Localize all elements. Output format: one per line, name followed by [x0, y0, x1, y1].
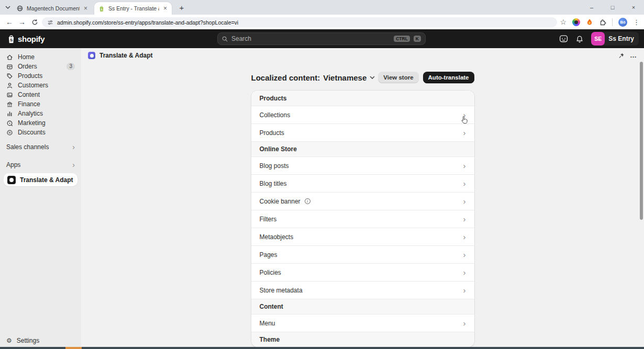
sidebar-item-discounts[interactable]: Discounts: [0, 128, 81, 137]
row-cookie-banner[interactable]: Cookie banner ›: [251, 192, 474, 210]
browser-tab-active[interactable]: S Ss Entry - Translate & Adapt - Sh ×: [94, 2, 172, 15]
gear-icon: ⚙: [6, 337, 12, 344]
store-account-button[interactable]: SE Ss Entry: [591, 32, 639, 46]
browser-tab-inactive[interactable]: Magentech Document Shopify ×: [13, 2, 92, 15]
sidebar-item-translate-adapt[interactable]: Translate & Adapt: [4, 173, 77, 186]
close-window-button[interactable]: ×: [623, 0, 644, 15]
row-label: Policies: [260, 269, 281, 276]
sidebar-label: Products: [18, 72, 42, 80]
sidebar-apps[interactable]: Apps ›: [0, 160, 81, 170]
row-blog-posts[interactable]: Blog posts ›: [251, 156, 474, 174]
back-button[interactable]: ←: [3, 15, 16, 29]
row-menu[interactable]: Menu ›: [251, 314, 474, 332]
section-header-theme: Theme: [251, 332, 474, 347]
sidebar-item-home[interactable]: Home: [0, 52, 81, 62]
forward-button[interactable]: →: [16, 15, 28, 29]
shopify-favicon-icon: S: [98, 5, 105, 12]
store-avatar: SE: [591, 32, 605, 46]
chevron-right-icon: ›: [463, 129, 466, 137]
global-search-input[interactable]: Search CTRL K: [217, 32, 426, 45]
row-collections[interactable]: Collections ›: [251, 106, 474, 123]
row-filters[interactable]: Filters ›: [251, 210, 474, 228]
chevron-right-icon: ›: [463, 215, 466, 223]
sidebar-item-marketing[interactable]: Marketing: [0, 118, 81, 128]
search-icon: [222, 36, 228, 42]
sidebar-label: Discounts: [18, 129, 46, 136]
translate-adapt-app-icon: [7, 176, 16, 184]
row-policies[interactable]: Policies ›: [251, 263, 474, 281]
sidebar-item-settings[interactable]: ⚙ Settings: [0, 336, 81, 345]
resources-card: Products Collections › Products › Online…: [251, 91, 474, 347]
row-products[interactable]: Products ›: [251, 123, 474, 141]
notifications-bell-icon[interactable]: [575, 35, 584, 43]
main-content: Translate & Adapt … Localized content: V…: [81, 48, 644, 349]
maximize-button[interactable]: □: [602, 0, 623, 15]
sidebar-label: Home: [18, 53, 35, 61]
chevron-right-icon: ›: [463, 162, 466, 170]
view-store-button[interactable]: View store: [378, 72, 418, 83]
new-tab-button[interactable]: +: [177, 3, 186, 12]
inbox-icon[interactable]: [559, 35, 568, 43]
shopify-logo[interactable]: S shopify: [0, 34, 45, 44]
app-header-menu-icon[interactable]: …: [630, 54, 637, 57]
chevron-right-icon: ›: [72, 143, 75, 151]
page-title-prefix: Localized content:: [251, 73, 320, 82]
bottom-strip-orange-segment: [65, 347, 82, 349]
vertical-scrollbar[interactable]: [640, 62, 643, 220]
flame-extension-icon[interactable]: [586, 18, 593, 26]
extension-colorful-icon[interactable]: [572, 18, 580, 26]
sales-channels-label: Sales channels: [6, 143, 49, 151]
browser-profile-avatar[interactable]: Bö: [618, 18, 627, 27]
row-label: Cookie banner: [260, 198, 301, 205]
sidebar-item-orders[interactable]: Orders 3: [0, 62, 81, 71]
minimize-button[interactable]: –: [581, 0, 602, 15]
shopify-topbar: S shopify Search CTRL K SE Ss Entry: [0, 29, 644, 48]
apps-label: Apps: [6, 161, 20, 168]
locale-selector-value[interactable]: Vietnamese: [323, 73, 367, 82]
sidebar-item-products[interactable]: Products: [0, 71, 81, 81]
sidebar-label: Orders: [18, 63, 37, 70]
info-icon[interactable]: [305, 198, 310, 204]
row-label: Pages: [260, 251, 277, 258]
browser-menu-icon[interactable]: ⋮: [633, 18, 640, 26]
sidebar-item-finance[interactable]: Finance: [0, 99, 81, 109]
chevron-right-icon: ›: [463, 319, 466, 327]
reload-button[interactable]: [28, 15, 41, 29]
shortcut-ctrl-key: CTRL: [394, 36, 410, 42]
bookmark-star-icon[interactable]: ☆: [560, 18, 567, 26]
sidebar-label: Analytics: [18, 110, 43, 117]
site-settings-icon[interactable]: [47, 19, 53, 26]
products-tag-icon: [6, 73, 13, 80]
chevron-right-icon: ›: [463, 286, 466, 294]
sidebar-item-customers[interactable]: Customers: [0, 81, 81, 90]
sidebar-item-analytics[interactable]: Analytics: [0, 109, 81, 118]
app-header-bar: Translate & Adapt …: [81, 48, 644, 63]
auto-translate-button[interactable]: Auto-translate: [423, 72, 474, 83]
tab-search-chevron-icon[interactable]: [3, 3, 13, 12]
address-bar[interactable]: admin.shopify.com/store/ss-entry/apps/tr…: [42, 17, 557, 27]
chevron-right-icon: ›: [463, 233, 466, 241]
shortcut-k-key: K: [414, 36, 421, 42]
extensions-puzzle-icon[interactable]: [599, 18, 606, 26]
row-pages[interactable]: Pages ›: [251, 245, 474, 263]
sidebar-sales-channels[interactable]: Sales channels ›: [0, 142, 81, 152]
shopify-wordmark: shopify: [18, 35, 45, 43]
row-blog-titles[interactable]: Blog titles ›: [251, 174, 474, 192]
chevron-right-icon: ›: [463, 179, 466, 187]
search-placeholder: Search: [231, 35, 390, 42]
close-tab-icon[interactable]: ×: [163, 5, 168, 12]
row-label: Products: [260, 129, 284, 137]
reload-icon: [31, 19, 38, 26]
section-header-products: Products: [251, 91, 474, 106]
sidebar-item-content[interactable]: Content: [0, 90, 81, 99]
chevron-down-icon[interactable]: [370, 76, 375, 80]
row-metaobjects[interactable]: Metaobjects ›: [251, 228, 474, 245]
row-store-metadata[interactable]: Store metadata ›: [251, 281, 474, 299]
chevron-right-icon: ›: [72, 161, 75, 168]
close-tab-icon[interactable]: ×: [83, 5, 88, 12]
svg-text:S: S: [10, 38, 13, 42]
pin-icon[interactable]: [618, 52, 625, 59]
globe-icon: [17, 5, 23, 12]
window-controls: – □ ×: [581, 0, 644, 15]
home-icon: [6, 54, 13, 61]
